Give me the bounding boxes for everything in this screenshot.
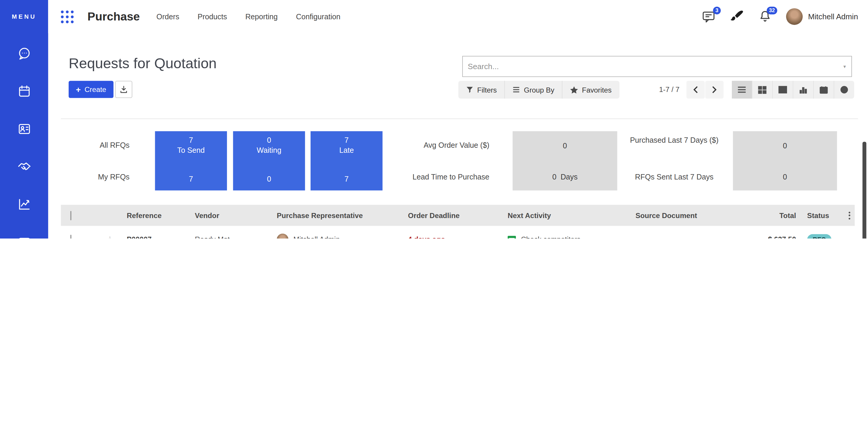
stats-tile-a[interactable]: 0 0 Days bbox=[513, 131, 617, 190]
tile-to-send[interactable]: 7 To Send 7 bbox=[155, 131, 227, 190]
view-list-button[interactable] bbox=[732, 81, 752, 98]
view-graph-button[interactable] bbox=[793, 81, 814, 98]
header-vendor[interactable]: Vendor bbox=[195, 211, 277, 220]
lead-time-value: 0 Days bbox=[513, 173, 617, 181]
favorites-button[interactable]: Favorites bbox=[563, 81, 619, 98]
page-title: Requests for Quotation bbox=[68, 55, 217, 72]
stats-tile-b[interactable]: 0 0 bbox=[733, 131, 837, 190]
main-content: Requests for Quotation + Create ▾ Filter… bbox=[48, 0, 868, 239]
deadline-cell[interactable]: 4 days ago bbox=[408, 235, 507, 239]
chart-icon[interactable] bbox=[17, 197, 31, 212]
view-switcher bbox=[732, 81, 854, 98]
row-checkbox[interactable] bbox=[70, 235, 71, 239]
tile-label: To Send bbox=[155, 145, 227, 155]
status-badge: RFQ bbox=[807, 234, 832, 239]
calendar-icon bbox=[819, 86, 828, 94]
pager-label[interactable]: 1-7 / 7 bbox=[646, 81, 693, 98]
star-icon[interactable]: ☆ bbox=[106, 234, 114, 239]
tile-count: 7 bbox=[311, 131, 383, 145]
optional-columns-icon[interactable] bbox=[849, 210, 850, 220]
chevron-right-icon bbox=[712, 86, 717, 93]
pager-prev-button[interactable] bbox=[686, 81, 705, 98]
contacts-icon[interactable] bbox=[17, 122, 31, 136]
chat-icon[interactable] bbox=[17, 46, 31, 61]
search-caret-icon[interactable]: ▾ bbox=[843, 64, 851, 69]
spreadsheet-green-icon bbox=[507, 235, 516, 239]
control-panel-divider bbox=[61, 118, 858, 119]
filter-toolbar: Filters Group By Favorites bbox=[458, 81, 619, 98]
export-button[interactable] bbox=[115, 81, 132, 98]
table-header: Reference Vendor Purchase Representative… bbox=[61, 205, 855, 226]
rfq-table: Reference Vendor Purchase Representative… bbox=[61, 205, 855, 239]
tile-my-count: 7 bbox=[311, 175, 383, 183]
purchased-last-7-days-label[interactable]: Purchased Last 7 Days ($) bbox=[629, 135, 720, 146]
search-box: ▾ bbox=[462, 56, 852, 77]
app-sidebar: MENU bbox=[0, 0, 48, 239]
header-next-activity[interactable]: Next Activity bbox=[507, 211, 636, 220]
header-order-deadline[interactable]: Order Deadline bbox=[408, 211, 507, 220]
avg-order-value-label[interactable]: Avg Order Value ($) bbox=[378, 141, 489, 150]
all-rfqs-label[interactable]: All RFQs bbox=[61, 141, 129, 150]
avg-order-value: 0 bbox=[513, 131, 617, 150]
rfqs-sent-last-7-days-value: 0 bbox=[733, 173, 837, 181]
star-icon bbox=[570, 86, 578, 93]
create-button[interactable]: + Create bbox=[68, 81, 113, 98]
tile-label: Late bbox=[311, 145, 383, 155]
table-row[interactable]: ☆ P00007 Ready Mat Mitchell Admin 4 days… bbox=[61, 226, 855, 239]
tile-my-count: 7 bbox=[155, 175, 227, 183]
header-status[interactable]: Status bbox=[796, 211, 848, 220]
pager-next-button[interactable] bbox=[705, 81, 723, 98]
group-by-icon bbox=[513, 86, 520, 93]
sidebar-items bbox=[0, 46, 48, 239]
credit-card-icon[interactable] bbox=[17, 235, 31, 239]
menu-label: MENU bbox=[0, 0, 48, 20]
select-all-checkbox[interactable] bbox=[70, 211, 71, 220]
view-kanban-button[interactable] bbox=[752, 81, 773, 98]
header-reference[interactable]: Reference bbox=[127, 211, 195, 220]
tile-count: 7 bbox=[155, 131, 227, 145]
list-icon bbox=[738, 86, 746, 93]
clock-icon bbox=[840, 85, 849, 94]
header-total[interactable]: Total bbox=[713, 211, 796, 220]
total-cell[interactable]: $ 637.50 bbox=[713, 235, 796, 239]
lead-time-label[interactable]: Lead Time to Purchase bbox=[378, 173, 489, 181]
my-rfqs-label[interactable]: My RFQs bbox=[61, 173, 129, 181]
view-calendar-button[interactable] bbox=[814, 81, 834, 98]
tile-label: Waiting bbox=[233, 145, 305, 155]
status-cell[interactable]: RFQ bbox=[796, 234, 848, 239]
calendar-icon[interactable] bbox=[17, 84, 31, 99]
table-body: ☆ P00007 Ready Mat Mitchell Admin 4 days… bbox=[61, 226, 855, 239]
filters-button[interactable]: Filters bbox=[458, 81, 505, 98]
activity-cell[interactable]: Check competitors bbox=[507, 235, 636, 239]
representative-cell[interactable]: Mitchell Admin bbox=[277, 233, 408, 239]
search-input[interactable] bbox=[463, 61, 843, 71]
purchased-last-7-days-value: 0 bbox=[733, 131, 837, 150]
download-icon bbox=[120, 85, 128, 93]
funnel-icon bbox=[466, 86, 473, 93]
tile-waiting[interactable]: 0 Waiting 0 bbox=[233, 131, 305, 190]
header-source-document[interactable]: Source Document bbox=[636, 211, 713, 220]
tile-late[interactable]: 7 Late 7 bbox=[311, 131, 383, 190]
vertical-scrollbar[interactable] bbox=[862, 142, 866, 239]
pivot-icon bbox=[778, 86, 787, 93]
view-pivot-button[interactable] bbox=[773, 81, 793, 98]
reference-cell[interactable]: P00007 bbox=[127, 235, 195, 239]
avatar bbox=[277, 233, 288, 239]
kanban-icon bbox=[758, 86, 767, 94]
plus-icon: + bbox=[76, 85, 81, 94]
app-root: MENU Purchase Orders Products Reporting … bbox=[0, 0, 868, 239]
header-purchase-representative[interactable]: Purchase Representative bbox=[277, 211, 408, 220]
tile-count: 0 bbox=[233, 131, 305, 145]
tile-my-count: 0 bbox=[233, 175, 305, 183]
graph-icon bbox=[799, 86, 808, 93]
handshake-icon[interactable] bbox=[17, 159, 31, 174]
rfqs-sent-last-7-days-label[interactable]: RFQs Sent Last 7 Days bbox=[629, 173, 720, 181]
vendor-cell[interactable]: Ready Mat bbox=[195, 235, 277, 239]
chevron-left-icon bbox=[693, 86, 698, 93]
view-activity-button[interactable] bbox=[834, 81, 854, 98]
group-by-button[interactable]: Group By bbox=[505, 81, 563, 98]
